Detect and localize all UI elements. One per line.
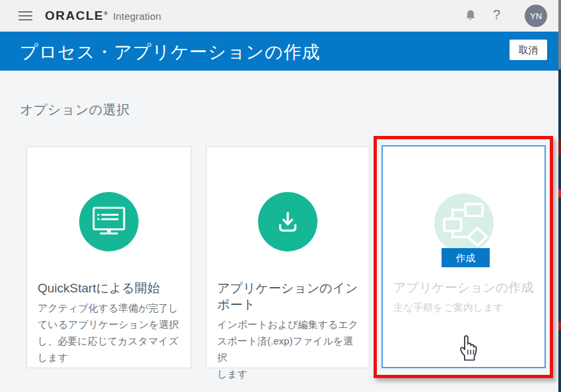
brand: ORACLE® Integration [45, 9, 161, 23]
card-create[interactable]: 作成 アプリケーションの作成 主な手順をご案内します [381, 145, 546, 368]
create-button[interactable]: 作成 [442, 248, 490, 267]
create-icon-circle [434, 193, 494, 253]
notifications-bell-icon[interactable] [464, 9, 477, 22]
card-import-title: アプリケーションのイン ポート [217, 280, 360, 313]
card-create-description: 主な手順をご案内します [393, 299, 536, 315]
registered-mark-icon: ® [104, 11, 108, 16]
page: ORACLE® Integration ? YN プロセス・アプリケーションの作… [0, 0, 561, 392]
help-button[interactable]: ? [493, 7, 500, 22]
page-header: プロセス・アプリケーションの作成 取消 [0, 32, 561, 71]
import-icon-circle [258, 192, 317, 251]
flowchart-icon [436, 195, 492, 251]
cancel-button[interactable]: 取消 [510, 40, 547, 60]
oracle-logo: ORACLE® [45, 9, 108, 23]
product-name: Integration [113, 11, 161, 22]
card-import-description: インポートおよび編集するエク スポート済(.exp)ファイルを選択 します [217, 316, 360, 382]
section-title: オプションの選択 [20, 101, 130, 119]
topbar: ORACLE® Integration ? YN [0, 0, 561, 32]
card-quickstart-description: アクティブ化する準備が完了し ているアプリケーションを選択 し、必要に応じてカス… [38, 300, 180, 366]
card-create-title: アプリケーションの作成 [393, 279, 536, 296]
hamburger-menu-icon[interactable] [18, 11, 32, 20]
user-avatar[interactable]: YN [525, 5, 547, 27]
card-create-text: アプリケーションの作成 主な手順をご案内します [393, 279, 536, 315]
card-quickstart-title: QuickStartによる開始 [38, 280, 180, 296]
card-import-text: アプリケーションのイン ポート インポートおよび編集するエク スポート済(.ex… [217, 280, 360, 382]
page-title: プロセス・アプリケーションの作成 [20, 40, 321, 64]
card-quickstart-text: QuickStartによる開始 アクティブ化する準備が完了し ているアプリケーシ… [38, 280, 180, 366]
card-import[interactable]: アプリケーションのイン ポート インポートおよび編集するエク スポート済(.ex… [206, 147, 370, 368]
card-quickstart[interactable]: QuickStartによる開始 アクティブ化する準備が完了し ているアプリケーシ… [26, 147, 191, 368]
monitor-list-icon [91, 205, 127, 238]
download-icon [273, 207, 303, 237]
quickstart-icon-circle [79, 192, 139, 251]
